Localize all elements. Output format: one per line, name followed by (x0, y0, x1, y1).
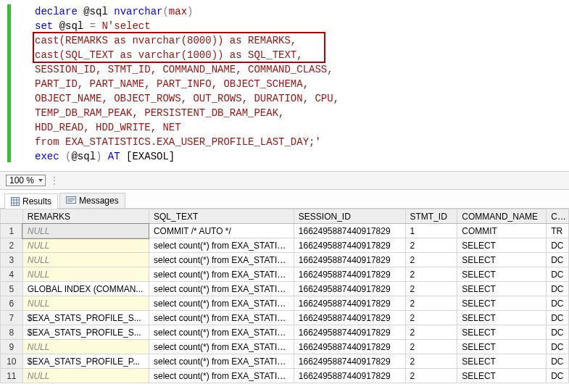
cell-commandname[interactable]: SELECT (457, 340, 547, 354)
cell-stmtid[interactable]: 2 (405, 354, 457, 369)
cell-sessionid[interactable]: 1662495887440917829 (294, 267, 405, 282)
cell-commandname[interactable]: SELECT (457, 238, 547, 253)
cell-commandname[interactable]: SELECT (457, 282, 547, 296)
table-row[interactable]: 7$EXA_STATS_PROFILE_S...select count(*) … (1, 311, 569, 325)
cell-remarks[interactable]: NULL (22, 369, 149, 383)
cell-sessionid[interactable]: 1662495887440917829 (294, 325, 405, 340)
cell-commandname[interactable]: SELECT (457, 253, 547, 267)
cell-sessionid[interactable]: 1662495887440917829 (294, 296, 405, 311)
cell-sessionid[interactable]: 1662495887440917829 (294, 311, 405, 325)
cell-sessionid[interactable]: 1662495887440917829 (294, 238, 405, 253)
cell-remarks[interactable]: NULL (22, 224, 149, 238)
cell-remarks[interactable]: $EXA_STATS_PROFILE_P... (22, 354, 149, 369)
cell-sqltext[interactable]: select count(*) from EXA_STATIS... (149, 325, 294, 340)
cell-sessionid[interactable]: 1662495887440917829 (294, 224, 405, 238)
cell-sqltext[interactable]: select count(*) from EXA_STATIS... (149, 369, 294, 383)
cell-stmtid[interactable]: 2 (405, 296, 457, 311)
row-number[interactable]: 3 (1, 253, 23, 267)
cell-remarks[interactable]: $EXA_STATS_PROFILE_S... (22, 325, 149, 340)
grid-corner[interactable] (1, 209, 23, 224)
cell-remarks[interactable]: NULL (22, 340, 149, 354)
table-row[interactable]: 11NULLselect count(*) from EXA_STATIS...… (1, 369, 569, 383)
zoom-handle-icon[interactable]: ⋮ (50, 175, 59, 185)
cell-stmtid[interactable]: 2 (405, 267, 457, 282)
row-number[interactable]: 6 (1, 296, 23, 311)
cell-remarks[interactable]: NULL (22, 253, 149, 267)
cell-commandname[interactable]: SELECT (457, 296, 547, 311)
cell-sqltext[interactable]: select count(*) from EXA_STATIS... (149, 340, 294, 354)
cell-sqltext[interactable]: select count(*) from EXA_STATIS... (149, 296, 294, 311)
cell-sessionid[interactable]: 1662495887440917829 (294, 253, 405, 267)
cell-commandname[interactable]: COMMIT (457, 224, 547, 238)
sql-editor[interactable]: declare @sql nvarchar(max) set @sql = N'… (0, 0, 569, 171)
zoom-select[interactable]: 100 % (6, 175, 46, 186)
cell-remarks[interactable]: NULL (22, 267, 149, 282)
cell-co[interactable]: DC (547, 282, 569, 296)
cell-stmtid[interactable]: 2 (405, 253, 457, 267)
row-number[interactable]: 10 (1, 354, 23, 369)
row-number[interactable]: 8 (1, 325, 23, 340)
cell-sqltext[interactable]: select count(*) from EXA_STATIS... (149, 311, 294, 325)
cell-co[interactable]: DC (547, 238, 569, 253)
cell-co[interactable]: TR (547, 224, 569, 238)
cell-co[interactable]: DC (547, 253, 569, 267)
table-row[interactable]: 3NULLselect count(*) from EXA_STATIS...1… (1, 253, 569, 267)
cell-remarks[interactable]: NULL (22, 238, 149, 253)
col-header-remarks[interactable]: REMARKS (22, 209, 149, 224)
cell-remarks[interactable]: GLOBAL INDEX (COMMAN... (22, 282, 149, 296)
table-row[interactable]: 6NULLselect count(*) from EXA_STATIS...1… (1, 296, 569, 311)
row-number[interactable]: 11 (1, 369, 23, 383)
results-grid[interactable]: REMARKS SQL_TEXT SESSION_ID STMT_ID COMM… (0, 209, 569, 383)
cell-commandname[interactable]: SELECT (457, 369, 547, 383)
cell-sqltext[interactable]: select count(*) from EXA_STATIS... (149, 267, 294, 282)
cell-stmtid[interactable]: 2 (405, 325, 457, 340)
cell-stmtid[interactable]: 1 (405, 224, 457, 238)
cell-sessionid[interactable]: 1662495887440917829 (294, 369, 405, 383)
row-number[interactable]: 9 (1, 340, 23, 354)
cell-sqltext[interactable]: select count(*) from EXA_STATIS... (149, 354, 294, 369)
table-row[interactable]: 8$EXA_STATS_PROFILE_S...select count(*) … (1, 325, 569, 340)
cell-sessionid[interactable]: 1662495887440917829 (294, 340, 405, 354)
col-header-sqltext[interactable]: SQL_TEXT (149, 209, 294, 224)
table-row[interactable]: 1NULLCOMMIT /* AUTO */166249588744091782… (1, 224, 569, 238)
row-number[interactable]: 7 (1, 311, 23, 325)
cell-sqltext[interactable]: COMMIT /* AUTO */ (149, 224, 294, 238)
col-header-sessionid[interactable]: SESSION_ID (294, 209, 405, 224)
cell-stmtid[interactable]: 2 (405, 340, 457, 354)
tab-results[interactable]: Results (4, 193, 58, 209)
cell-co[interactable]: DC (547, 325, 569, 340)
cell-stmtid[interactable]: 2 (405, 238, 457, 253)
col-header-commandname[interactable]: COMMAND_NAME (457, 209, 547, 224)
cell-co[interactable]: DC (547, 267, 569, 282)
cell-co[interactable]: DC (547, 369, 569, 383)
tab-messages[interactable]: Messages (59, 193, 125, 208)
cell-co[interactable]: DC (547, 311, 569, 325)
table-row[interactable]: 4NULLselect count(*) from EXA_STATIS...1… (1, 267, 569, 282)
table-row[interactable]: 9NULLselect count(*) from EXA_STATIS...1… (1, 340, 569, 354)
row-number[interactable]: 2 (1, 238, 23, 253)
table-row[interactable]: 10$EXA_STATS_PROFILE_P...select count(*)… (1, 354, 569, 369)
col-header-co[interactable]: CO (547, 209, 569, 224)
cell-commandname[interactable]: SELECT (457, 311, 547, 325)
cell-sqltext[interactable]: select count(*) from EXA_STATIS... (149, 238, 294, 253)
row-number[interactable]: 1 (1, 224, 23, 238)
cell-sessionid[interactable]: 1662495887440917829 (294, 282, 405, 296)
table-row[interactable]: 5GLOBAL INDEX (COMMAN...select count(*) … (1, 282, 569, 296)
cell-remarks[interactable]: NULL (22, 296, 149, 311)
cell-sessionid[interactable]: 1662495887440917829 (294, 354, 405, 369)
row-number[interactable]: 5 (1, 282, 23, 296)
cell-stmtid[interactable]: 2 (405, 282, 457, 296)
cell-sqltext[interactable]: select count(*) from EXA_STATIS... (149, 282, 294, 296)
cell-commandname[interactable]: SELECT (457, 325, 547, 340)
col-header-stmtid[interactable]: STMT_ID (405, 209, 457, 224)
cell-stmtid[interactable]: 2 (405, 369, 457, 383)
cell-co[interactable]: DC (547, 340, 569, 354)
cell-co[interactable]: DC (547, 354, 569, 369)
cell-stmtid[interactable]: 2 (405, 311, 457, 325)
row-number[interactable]: 4 (1, 267, 23, 282)
cell-sqltext[interactable]: select count(*) from EXA_STATIS... (149, 253, 294, 267)
cell-commandname[interactable]: SELECT (457, 354, 547, 369)
cell-commandname[interactable]: SELECT (457, 267, 547, 282)
cell-remarks[interactable]: $EXA_STATS_PROFILE_S... (22, 311, 149, 325)
cell-co[interactable]: DC (547, 296, 569, 311)
